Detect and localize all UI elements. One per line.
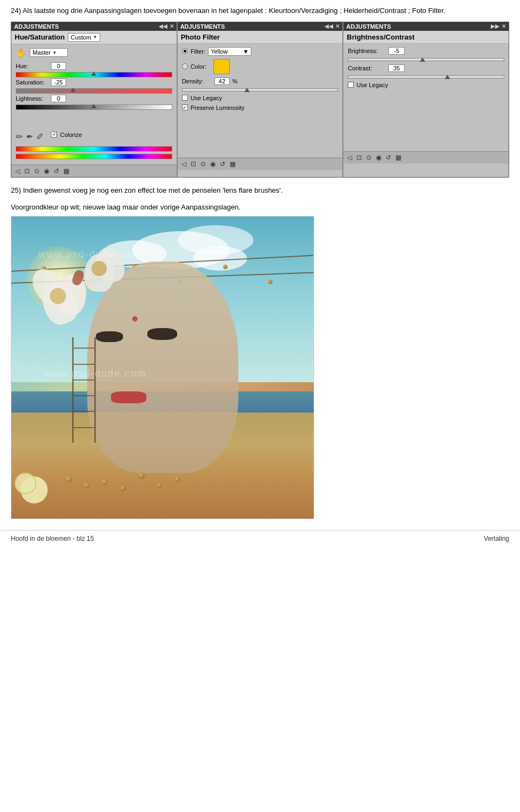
hs-tool-add[interactable]: ✒ — [26, 132, 33, 142]
hs-hand-icon: ✋ — [16, 48, 27, 58]
bc-header-title: Brightness/Contrast — [347, 33, 414, 41]
hs-preset-arrow: ▼ — [93, 35, 97, 40]
pf-density-unit: % — [232, 78, 238, 84]
watermark-mid: www.psd-dude.com — [44, 368, 146, 379]
bc-bottom-icon4[interactable]: ◉ — [375, 153, 382, 162]
pf-density-value[interactable]: 42 — [214, 77, 230, 85]
pf-filter-row: Filter: Yellow ▼ — [182, 47, 339, 56]
bc-titlebar: ADJUSTMENTS ▶▶ ✕ — [343, 22, 509, 31]
light-thumb[interactable] — [91, 104, 96, 108]
pf-filter-radio[interactable] — [182, 48, 188, 54]
bc-contrast-value[interactable]: 35 — [388, 64, 405, 72]
bc-bottom-icon6[interactable]: ▦ — [394, 153, 402, 162]
bc-panel-body: Brightness: -5 Contrast: 35 Use Leg — [343, 44, 509, 151]
hs-light-value[interactable]: 0 — [51, 95, 66, 102]
pf-bottom-icon1[interactable]: ◁ — [180, 160, 187, 168]
hs-bottom-icon1[interactable]: ◁ — [14, 167, 21, 175]
pf-use-legacy-checkbox[interactable] — [182, 95, 188, 101]
hs-header-title: Hue/Saturation — [15, 33, 64, 41]
pf-bottom-icon5[interactable]: ↺ — [219, 160, 226, 168]
bc-bottom-bar: ◁ ⊡ ⊙ ◉ ↺ ▦ — [343, 151, 509, 163]
hs-hue-value[interactable]: 0 — [51, 62, 66, 70]
hs-tool-pencil[interactable]: ✏ — [16, 132, 23, 142]
bc-bottom-icon2[interactable]: ⊡ — [355, 153, 363, 162]
intro-text: 24) Als laatste nog drie Aanpassingslage… — [11, 5, 509, 16]
footer-right: Vertaling — [484, 535, 509, 542]
pf-color-label: Color: — [191, 63, 206, 70]
sat-thumb[interactable] — [70, 88, 76, 92]
rainbow-bar-bottom — [16, 146, 172, 152]
bc-bottom-icon5[interactable]: ↺ — [385, 153, 392, 162]
pf-bottom-icon4[interactable]: ◉ — [209, 160, 217, 168]
hs-light-label: Lightness: — [16, 95, 51, 102]
pf-expand-icon[interactable]: ◀◀ — [324, 23, 333, 29]
left-eye — [96, 331, 123, 342]
pf-bottom-icon6[interactable]: ▦ — [229, 160, 237, 168]
footer: Hoofd in de bloemen - blz 15 Vertaling — [0, 530, 520, 547]
ladder-rung1 — [74, 348, 95, 349]
bc-brightness-slider[interactable] — [348, 58, 504, 61]
hs-channel-arrow: ▼ — [53, 50, 57, 55]
beach-bead1 — [66, 476, 72, 482]
hue-thumb[interactable] — [91, 71, 96, 76]
bc-expand-icon[interactable]: ▶▶ — [491, 23, 499, 29]
pf-preserve-label: Preserve Luminosity — [191, 104, 245, 111]
pf-bottom-icon3[interactable]: ⊙ — [199, 160, 207, 168]
bc-contrast-thumb[interactable] — [445, 75, 450, 79]
hs-bottom-icon6[interactable]: ▦ — [62, 167, 70, 175]
pf-density-thumb[interactable] — [244, 88, 250, 92]
hs-expand-icon[interactable]: ◀◀ — [159, 23, 167, 29]
sat-slider[interactable] — [16, 88, 172, 94]
pf-color-row: Color: — [182, 59, 339, 74]
colorize-checkbox[interactable] — [51, 132, 57, 137]
hs-tool-subtract[interactable]: ✐ — [36, 132, 43, 142]
bc-close-icon[interactable]: ✕ — [502, 23, 506, 29]
pf-panel-header: Photo Filter — [178, 31, 343, 44]
hs-titlebar: ADJUSTMENTS ◀◀ ✕ — [11, 22, 177, 31]
bc-legacy-row: Use Legacy — [348, 82, 504, 88]
pf-spacer — [182, 111, 339, 154]
panels-container: ADJUSTMENTS ◀◀ ✕ Hue/Saturation Custom ▼… — [11, 22, 509, 178]
bc-bottom-icon3[interactable]: ⊙ — [365, 153, 373, 162]
hs-sat-value[interactable]: -25 — [51, 78, 66, 86]
hs-bottom-bar: ◁ ⊡ ⊙ ◉ ↺ ▦ — [11, 165, 177, 177]
hs-bottom-icon2[interactable]: ⊡ — [23, 167, 31, 175]
hs-bottom-icon4[interactable]: ◉ — [43, 167, 50, 175]
light-slider[interactable] — [16, 104, 172, 110]
pf-close-icon[interactable]: ✕ — [335, 23, 340, 29]
hs-tool-icons: ✏ ✒ ✐ Colorize — [16, 132, 172, 142]
pf-density-slider[interactable] — [182, 88, 339, 91]
hs-channel-dropdown[interactable]: Master ▼ — [30, 48, 68, 57]
lips — [111, 391, 146, 403]
hs-sat-label: Saturation: — [16, 79, 51, 86]
hs-close-icon[interactable]: ✕ — [170, 23, 174, 29]
bc-contrast-slider[interactable] — [348, 75, 504, 78]
pf-use-legacy-label: Use Legacy — [191, 95, 222, 101]
pf-title-icons: ◀◀ ✕ — [324, 23, 340, 29]
hs-preset-dropdown[interactable]: Custom ▼ — [68, 33, 100, 42]
pf-filter-dropdown[interactable]: Yellow ▼ — [208, 47, 251, 56]
hs-bottom-icon3[interactable]: ⊙ — [33, 167, 41, 175]
rainbow-bar-bottom2 — [16, 154, 172, 159]
bc-use-legacy-checkbox[interactable] — [348, 82, 354, 88]
hs-bottom-icon5[interactable]: ↺ — [53, 167, 60, 175]
flower-area — [27, 240, 193, 376]
pf-color-swatch[interactable] — [213, 59, 230, 74]
section25-line1: 25) Indien gewenst voeg je nog een zon e… — [11, 185, 509, 196]
bc-brightness-thumb[interactable] — [420, 57, 425, 62]
hs-hue-label: Hue: — [16, 63, 51, 69]
pf-bottom-icon2[interactable]: ⊡ — [190, 160, 197, 168]
brightness-contrast-panel: ADJUSTMENTS ▶▶ ✕ Brightness/Contrast Bri… — [343, 22, 509, 177]
bc-panel-header: Brightness/Contrast — [343, 31, 509, 44]
bc-bottom-icon1[interactable]: ◁ — [346, 153, 353, 162]
pf-color-radio[interactable] — [182, 63, 188, 69]
bindi — [132, 316, 138, 322]
hs-sat-row: Saturation: -25 — [16, 78, 172, 86]
bc-brightness-value[interactable]: -5 — [388, 47, 405, 55]
pf-preserve-checkbox[interactable] — [182, 104, 188, 110]
footer-left: Hoofd in de bloemen - blz 15 — [11, 535, 94, 542]
bc-contrast-row: Contrast: 35 — [348, 64, 504, 72]
pf-header-title: Photo Filter — [181, 33, 220, 41]
pf-panel-body: Filter: Yellow ▼ Color: Density: 42 — [178, 44, 343, 158]
hue-slider[interactable] — [16, 72, 172, 77]
